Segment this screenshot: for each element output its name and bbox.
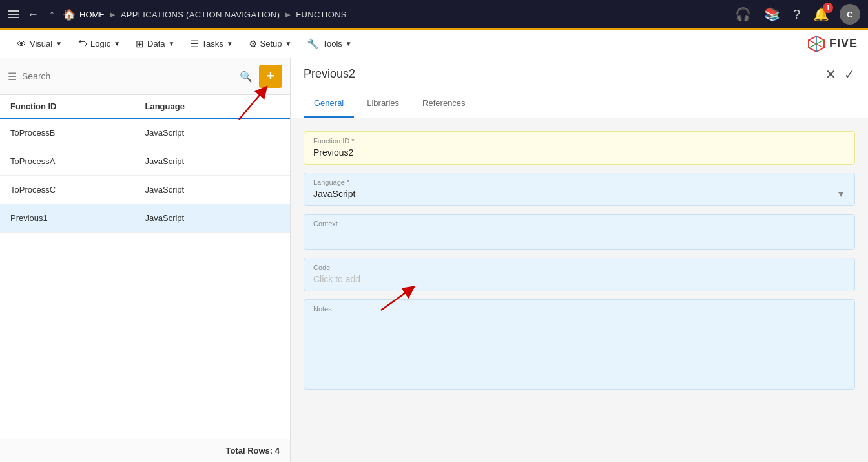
visual-dropdown-icon: ▼	[56, 40, 62, 47]
form-area: Function ID * Previous2 Language * JavaS…	[291, 118, 868, 462]
confirm-button[interactable]: ✓	[844, 67, 855, 82]
total-rows-label: Total Rows: 4	[225, 446, 280, 456]
tab-general-label: General	[314, 98, 344, 108]
support-icon: 🎧	[735, 7, 751, 21]
tasks-icon: ☰	[190, 38, 198, 50]
language-field[interactable]: Language * JavaScript ▼	[304, 173, 855, 206]
code-label: Code	[313, 264, 845, 271]
language-select[interactable]: JavaScript ▼	[313, 189, 845, 199]
menu-bar: 👁 Visual ▼ ⮌ Logic ▼ ⊞ Data ▼ ☰ Tasks ▼ …	[0, 30, 868, 58]
breadcrumb-sep-2: ►	[284, 10, 292, 19]
avatar[interactable]: C	[840, 4, 860, 25]
table-body: ToProcessB JavaScript ToProcessA JavaScr…	[0, 119, 290, 439]
eye-icon: 👁	[17, 38, 26, 49]
row-language: JavaScript	[145, 185, 280, 194]
record-title: Previous2	[304, 67, 355, 81]
menu-visual[interactable]: 👁 Visual ▼	[10, 34, 68, 53]
notes-label: Notes	[313, 305, 845, 313]
main-content: ☰ 🔍 + Function ID Language ToProcessB Ja…	[0, 58, 868, 462]
code-field[interactable]: Code Click to add	[304, 258, 855, 291]
search-input[interactable]	[22, 71, 233, 81]
table-row[interactable]: ToProcessA JavaScript	[0, 147, 290, 176]
logic-icon: ⮌	[78, 38, 87, 49]
menu-setup[interactable]: ⚙ Setup ▼	[242, 34, 298, 54]
breadcrumb-sep-1: ►	[108, 10, 117, 19]
data-icon: ⊞	[136, 38, 144, 50]
menu-logic-label: Logic	[90, 39, 110, 48]
menu-tasks[interactable]: ☰ Tasks ▼	[183, 34, 239, 54]
search-button[interactable]: 🔍	[238, 69, 254, 84]
filter-icon: ☰	[8, 70, 17, 83]
table-footer: Total Rows: 4	[0, 439, 290, 462]
row-language: JavaScript	[145, 213, 280, 223]
table-row[interactable]: Previous1 JavaScript	[0, 204, 290, 233]
tab-general[interactable]: General	[304, 90, 354, 118]
function-id-label: Function ID *	[313, 137, 845, 145]
breadcrumb: 🏠 HOME ► APPLICATIONS (ACTION NAVIGATION…	[63, 8, 347, 21]
top-navigation: ← ↑ 🏠 HOME ► APPLICATIONS (ACTION NAVIGA…	[0, 0, 868, 30]
tab-references-label: References	[422, 98, 465, 108]
tab-libraries[interactable]: Libraries	[356, 90, 409, 118]
five-logo-svg	[807, 35, 825, 53]
column-header-function-id[interactable]: Function ID	[10, 101, 145, 111]
checkmark-icon: ✓	[844, 67, 855, 81]
function-id-field[interactable]: Function ID * Previous2	[304, 131, 855, 165]
add-function-button[interactable]: +	[259, 65, 282, 88]
books-icon-btn[interactable]: 📚	[761, 4, 783, 25]
logic-dropdown-icon: ▼	[114, 40, 120, 47]
breadcrumb-home[interactable]: HOME	[79, 10, 105, 19]
notification-btn[interactable]: 🔔 1	[811, 4, 832, 25]
setup-dropdown-icon: ▼	[285, 40, 292, 47]
five-logo: FIVE	[807, 35, 858, 53]
column-header-language[interactable]: Language	[145, 101, 280, 111]
hamburger-menu[interactable]	[8, 10, 19, 18]
data-dropdown-icon: ▼	[169, 40, 175, 47]
table-row[interactable]: ToProcessC JavaScript	[0, 176, 290, 204]
chevron-down-icon: ▼	[836, 189, 845, 199]
context-label: Context	[313, 220, 845, 227]
menu-data[interactable]: ⊞ Data ▼	[129, 34, 181, 54]
notification-badge: 1	[823, 3, 833, 13]
gear-icon: ⚙	[249, 38, 257, 50]
five-logo-text: FIVE	[829, 37, 858, 50]
back-button[interactable]: ←	[25, 5, 41, 24]
context-field[interactable]: Context	[304, 214, 855, 250]
row-function-id: Previous1	[10, 213, 145, 223]
tab-libraries-label: Libraries	[367, 98, 399, 108]
right-header: Previous2 ✕ ✓	[291, 58, 868, 90]
code-placeholder: Click to add	[313, 274, 845, 284]
row-function-id: ToProcessB	[10, 128, 145, 138]
language-value: JavaScript	[313, 189, 355, 199]
close-icon: ✕	[825, 67, 836, 81]
tasks-dropdown-icon: ▼	[227, 40, 233, 47]
help-icon-btn[interactable]: ?	[790, 5, 803, 25]
row-language: JavaScript	[145, 156, 280, 166]
menu-data-label: Data	[147, 39, 165, 48]
breadcrumb-app[interactable]: APPLICATIONS (ACTION NAVIGATION)	[121, 10, 280, 19]
context-value	[313, 230, 845, 243]
help-icon: ?	[793, 7, 800, 21]
menu-tools[interactable]: 🔧 Tools ▼	[300, 34, 358, 54]
up-button[interactable]: ↑	[46, 5, 57, 24]
language-label: Language *	[313, 178, 845, 186]
menu-logic[interactable]: ⮌ Logic ▼	[71, 34, 127, 53]
row-function-id: ToProcessA	[10, 156, 145, 166]
row-function-id: ToProcessC	[10, 185, 145, 194]
search-magnifier-icon: 🔍	[240, 71, 253, 82]
tabs-bar: General Libraries References	[291, 90, 868, 118]
support-icon-btn[interactable]: 🎧	[732, 4, 754, 25]
right-panel: Previous2 ✕ ✓ General Libraries Referenc…	[291, 58, 868, 462]
left-panel: ☰ 🔍 + Function ID Language ToProcessB Ja…	[0, 58, 291, 462]
notes-field[interactable]: Notes	[304, 299, 855, 390]
tools-dropdown-icon: ▼	[346, 40, 352, 47]
menu-setup-label: Setup	[260, 39, 282, 48]
header-actions: ✕ ✓	[825, 67, 855, 82]
search-bar: ☰ 🔍 +	[0, 58, 290, 95]
function-id-value: Previous2	[313, 147, 845, 158]
menu-tasks-label: Tasks	[202, 39, 223, 48]
breadcrumb-functions[interactable]: FUNCTIONS	[296, 10, 347, 19]
wrench-icon: 🔧	[307, 38, 319, 50]
tab-references[interactable]: References	[412, 90, 475, 118]
table-row[interactable]: ToProcessB JavaScript	[0, 119, 290, 147]
close-button[interactable]: ✕	[825, 67, 836, 82]
